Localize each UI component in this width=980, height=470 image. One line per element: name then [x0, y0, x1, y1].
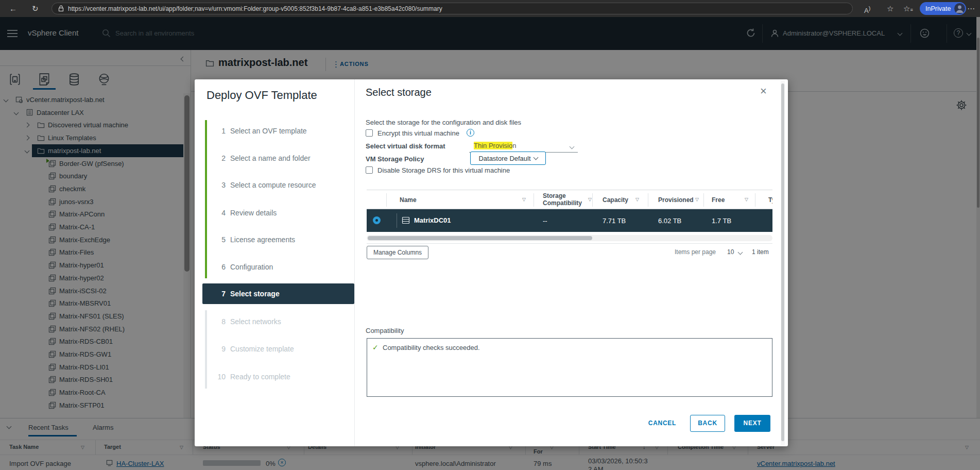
favorites-bar-icon[interactable]: ☆≡	[903, 0, 913, 19]
step-label: Review details	[230, 209, 277, 217]
favorite-star-icon[interactable]: ☆	[887, 0, 893, 17]
compatibility-box: ✓ Compatibility checks succeeded.	[367, 338, 772, 397]
column-divider	[592, 193, 593, 207]
filter-icon[interactable]: ▽	[588, 197, 592, 202]
datastore-row[interactable]: MatrixDC01 -- 7.71 TB 6.02 TB 1.7 TB	[367, 209, 772, 232]
disable-drs-label: Disable Storage DRS for this virtual mac…	[377, 166, 510, 174]
col-free[interactable]: Free	[712, 196, 725, 204]
next-button[interactable]: NEXT	[734, 415, 770, 432]
policy-dropdown[interactable]: Datastore Default	[470, 152, 546, 165]
back-button[interactable]: BACK	[690, 415, 725, 432]
wizard-step-4[interactable]: 4Review details	[202, 203, 354, 223]
step-number: 10	[213, 373, 226, 381]
disk-format-value-rest: n	[512, 142, 516, 149]
column-divider	[534, 193, 534, 207]
manage-columns-button[interactable]: Manage Columns	[367, 246, 428, 259]
step-label: License agreements	[230, 236, 295, 244]
datastore-provisioned: 6.02 TB	[658, 217, 681, 225]
browser-refresh-icon[interactable]: ↻	[32, 0, 39, 17]
lock-icon	[58, 5, 64, 12]
column-divider	[386, 193, 387, 207]
browser-menu-icon[interactable]: ⋯	[967, 0, 975, 17]
datastore-free: 1.7 TB	[712, 217, 731, 225]
modal-scrollbar-thumb[interactable]	[781, 83, 784, 441]
col-provisioned[interactable]: Provisioned	[658, 196, 694, 204]
policy-value: Datastore Default	[478, 155, 530, 162]
wizard-step-1[interactable]: 1Select an OVF template	[202, 121, 354, 141]
step-label: Configuration	[230, 263, 273, 271]
step-subtitle: Select the storage for the configuration…	[366, 119, 521, 126]
success-check-icon: ✓	[372, 343, 379, 351]
cancel-button[interactable]: CANCEL	[644, 415, 681, 432]
browser-back-icon[interactable]: ←	[9, 0, 17, 17]
inprivate-badge[interactable]: InPrivate	[920, 2, 966, 15]
wizard-title: Deploy OVF Template	[207, 89, 317, 102]
wizard-step-10[interactable]: 10Ready to complete	[202, 366, 354, 387]
filter-icon[interactable]: ▽	[745, 197, 748, 202]
policy-label: VM Storage Policy	[366, 155, 424, 163]
wizard-step-8[interactable]: 8Select networks	[202, 311, 354, 332]
url-text: https://vcenter.matrixpost-lab.net/ui/ap…	[68, 5, 442, 12]
filter-icon[interactable]: ▽	[695, 197, 699, 202]
col-capacity[interactable]: Capacity	[603, 196, 628, 204]
filter-icon[interactable]: ▽	[635, 197, 639, 202]
wizard-step-6[interactable]: 6Configuration	[202, 257, 354, 277]
wizard-step-9[interactable]: 9Customize template	[202, 339, 354, 359]
wizard-step-5[interactable]: 5License agreements	[202, 229, 354, 250]
completed-steps-bar	[205, 120, 207, 278]
disk-format-label: Select virtual disk format	[366, 142, 445, 150]
step-label: Select a name and folder	[230, 154, 311, 162]
datastore-name: MatrixDC01	[414, 216, 451, 224]
col-name[interactable]: Name	[400, 196, 417, 204]
disable-drs-checkbox[interactable]	[366, 166, 373, 174]
encrypt-checkbox[interactable]	[366, 129, 373, 137]
close-icon[interactable]: ×	[760, 85, 767, 98]
grid-footer: Manage Columns Items per page 10 1 item	[367, 243, 772, 260]
datastore-radio-selected[interactable]	[373, 216, 381, 224]
item-count: 1 item	[752, 248, 769, 256]
items-per-page-label: Items per page	[675, 248, 716, 256]
disk-format-value-highlight: Thin Provisio	[474, 142, 512, 149]
page-size-select[interactable]: 10	[727, 248, 734, 256]
modal-scrollbar[interactable]	[781, 80, 785, 445]
encrypt-label: Encrypt this virtual machine	[377, 129, 459, 137]
inprivate-label: InPrivate	[925, 5, 951, 12]
step-number: 8	[213, 317, 226, 326]
step-label: Customize template	[230, 345, 294, 353]
browser-address-bar[interactable]: https://vcenter.matrixpost-lab.net/ui/ap…	[51, 3, 853, 14]
datastore-capacity: 7.71 TB	[603, 217, 626, 225]
column-divider	[755, 193, 755, 207]
grid-scrollbar-thumb[interactable]	[368, 236, 592, 240]
step-number: 1	[213, 127, 226, 135]
compatibility-label: Compatibility	[366, 327, 404, 334]
compatibility-message: Compatibility checks succeeded.	[383, 344, 480, 351]
column-divider	[703, 193, 704, 207]
browser-avatar[interactable]	[954, 3, 965, 14]
browser-chrome: ← ↻ https://vcenter.matrixpost-lab.net/u…	[0, 0, 980, 17]
wizard-step-3[interactable]: 3Select a compute resource	[202, 175, 354, 195]
info-icon[interactable]: i	[467, 129, 474, 137]
read-aloud-icon[interactable]: A)	[864, 0, 870, 19]
step-label: Select storage	[230, 290, 280, 298]
wizard-step-2[interactable]: 2Select a name and folder	[202, 148, 354, 169]
datastore-compat: --	[543, 217, 547, 225]
col-storage-compatibility[interactable]: Storage Compatibility	[543, 192, 587, 207]
wizard-step-7[interactable]: 7Select storage	[202, 283, 354, 304]
chevron-down-icon	[533, 155, 538, 160]
disk-format-dropdown[interactable]: Thin Provision	[469, 142, 578, 153]
chevron-down-icon[interactable]	[738, 250, 743, 255]
datastore-icon	[402, 216, 410, 224]
step-number: 7	[213, 290, 226, 298]
grid-horizontal-scrollbar[interactable]	[367, 235, 772, 241]
grid-header: Name Storage Compatibility Capacity Prov…	[367, 190, 772, 209]
step-number: 2	[213, 154, 226, 162]
deploy-ovf-wizard: Deploy OVF Template 1Select an OVF templ…	[195, 79, 788, 446]
step-label: Select an OVF template	[230, 127, 307, 135]
step-label: Select networks	[230, 317, 281, 326]
col-type[interactable]: Ty	[768, 196, 772, 204]
step-number: 5	[213, 236, 226, 244]
column-divider	[648, 193, 648, 207]
filter-icon[interactable]: ▽	[522, 197, 526, 202]
step-number: 4	[213, 209, 226, 217]
step-number: 3	[213, 181, 226, 189]
